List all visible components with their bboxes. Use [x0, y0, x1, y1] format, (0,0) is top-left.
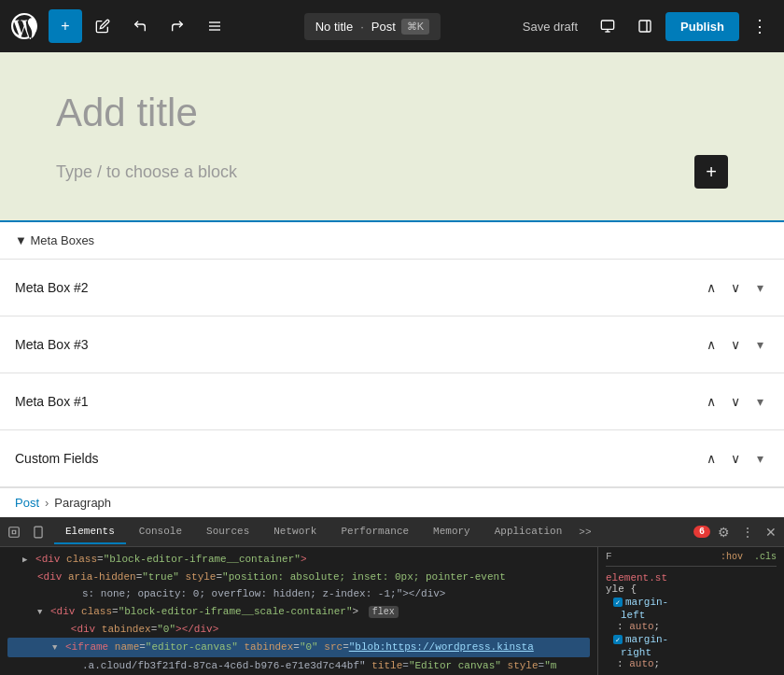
list-view-button[interactable] — [198, 9, 231, 43]
meta-box-cf-up-button[interactable] — [703, 447, 720, 470]
styles-prop-margin-left-val: : auto; — [606, 621, 777, 632]
devtools-settings-button[interactable]: ⚙ — [714, 521, 734, 543]
meta-box-cf-down-button[interactable] — [727, 447, 744, 470]
devtools-styles-panel: F :hov .cls element.st yle { — [597, 547, 784, 675]
html-line-tabindex: <div tabindex="0"></div> — [7, 621, 590, 639]
devtools-elements-panel[interactable]: ▶ <div class="block-editor-iframe__conta… — [0, 547, 597, 675]
editor-wrapper: Add title Type / to choose a block + ▼ M… — [0, 52, 784, 675]
styles-filter-icon: F — [606, 551, 612, 562]
styles-prop-margin-right-val: : auto; — [606, 658, 777, 669]
meta-box-2-label: Meta Box #2 — [15, 280, 703, 295]
devtools-more-tabs[interactable]: >> — [575, 521, 595, 543]
devtools-overflow-button[interactable]: ⋮ — [737, 521, 758, 543]
meta-box-2-up-button[interactable] — [703, 276, 720, 299]
meta-box-row-2: Meta Box #2 ▾ — [0, 260, 784, 316]
styles-selector-line: element.st — [606, 572, 777, 584]
preview-desktop-button[interactable] — [591, 9, 624, 43]
add-block-button[interactable]: + — [49, 9, 82, 43]
wp-logo[interactable] — [7, 9, 41, 43]
edit-tool-button[interactable] — [86, 9, 119, 43]
devtools-tab-application[interactable]: Application — [483, 520, 574, 544]
meta-box-3-controls: ▾ — [703, 333, 769, 356]
main-toolbar: + — [0, 0, 784, 52]
devtools-device-button[interactable] — [28, 522, 49, 542]
meta-box-2-down-button[interactable] — [727, 276, 744, 299]
meta-box-1-dropdown-button[interactable]: ▾ — [751, 390, 769, 413]
devtools-tab-performance[interactable]: Performance — [329, 520, 420, 544]
devtools-tab-network[interactable]: Network — [262, 520, 328, 544]
devtools-tab-console[interactable]: Console — [128, 520, 193, 544]
more-options-button[interactable]: ⋮ — [743, 9, 777, 43]
devtools-panel: Elements Console Sources Network Perform… — [0, 517, 784, 675]
save-draft-button[interactable]: Save draft — [513, 14, 587, 39]
editor-title-placeholder[interactable]: Add title — [56, 90, 728, 136]
svg-rect-6 — [639, 21, 651, 32]
meta-box-1-label: Meta Box #1 — [15, 394, 703, 409]
breadcrumb-separator: › — [45, 496, 49, 510]
meta-box-row-3: Meta Box #3 ▾ — [0, 316, 784, 373]
svg-rect-3 — [601, 21, 613, 29]
title-separator: · — [360, 20, 364, 34]
sidebar-toggle-button[interactable] — [628, 9, 662, 43]
editor-area: Add title Type / to choose a block + — [0, 52, 784, 220]
meta-box-1-up-button[interactable] — [703, 390, 720, 413]
breadcrumb-bar: Post › Paragraph — [0, 487, 784, 517]
meta-box-cf-label: Custom Fields — [15, 451, 703, 466]
styles-cls-toggle[interactable]: .cls — [754, 552, 777, 562]
devtools-close-button[interactable]: ✕ — [762, 521, 780, 543]
margin-right-checkbox[interactable]: ✓ — [613, 635, 623, 644]
html-line-iframe[interactable]: ▼ <iframe name="editor-canvas" tabindex=… — [7, 638, 590, 657]
devtools-tab-elements[interactable]: Elements — [54, 520, 126, 544]
toolbar-right: Save draft Publish ⋮ — [513, 9, 777, 43]
devtools-right-icons: 6 ⚙ ⋮ ✕ — [693, 521, 780, 543]
styles-prop-margin-left: ✓ margin- — [606, 597, 777, 608]
meta-section: ▼ Meta Boxes Meta Box #2 ▾ Meta Box #3 ▾ — [0, 220, 784, 487]
meta-box-3-up-button[interactable] — [703, 333, 720, 356]
undo-button[interactable] — [123, 9, 157, 43]
redo-button[interactable] — [161, 9, 194, 43]
margin-left-checkbox[interactable]: ✓ — [613, 598, 623, 607]
html-line-container: ▶ <div class="block-editor-iframe__conta… — [7, 551, 590, 569]
svg-rect-9 — [35, 527, 42, 538]
meta-section-title: ▼ Meta Boxes — [15, 233, 94, 247]
block-prompt-text: Type / to choose a block — [56, 162, 237, 182]
devtools-tab-sources[interactable]: Sources — [195, 520, 260, 544]
post-title-pill[interactable]: No title · Post ⌘K — [304, 13, 441, 40]
meta-section-header[interactable]: ▼ Meta Boxes — [0, 222, 784, 260]
devtools-inspect-button[interactable] — [4, 522, 24, 542]
devtools-toolbar: Elements Console Sources Network Perform… — [0, 517, 784, 547]
devtools-left-icons — [4, 522, 49, 542]
meta-box-3-label: Meta Box #3 — [15, 337, 703, 352]
meta-box-cf-dropdown-button[interactable]: ▾ — [751, 447, 769, 470]
post-title-text: No title — [315, 20, 353, 34]
meta-box-3-dropdown-button[interactable]: ▾ — [751, 333, 769, 356]
html-line-iframe-cont: .a.cloud/fb3f21fd-87ca-4c6d-b976-e71e3d7… — [7, 657, 590, 675]
styles-prop-margin-left-cont: left — [606, 610, 777, 621]
add-block-inline-button[interactable]: + — [694, 155, 728, 189]
iframe-collapse-icon[interactable]: ▼ — [52, 643, 57, 653]
publish-button[interactable]: Publish — [665, 12, 739, 41]
post-type-text: Post — [371, 20, 396, 34]
meta-box-1-down-button[interactable] — [727, 390, 744, 413]
meta-box-row-cf: Custom Fields ▾ — [0, 430, 784, 487]
html-line-aria-hidden-cont: s: none; opacity: 0; overflow: hidden; z… — [7, 585, 590, 603]
devtools-content: ▶ <div class="block-editor-iframe__conta… — [0, 547, 784, 675]
styles-hov-toggle[interactable]: :hov — [721, 552, 743, 562]
devtools-tab-memory[interactable]: Memory — [422, 520, 482, 544]
styles-prop-margin-right: ✓ margin- — [606, 634, 777, 645]
meta-box-cf-controls: ▾ — [703, 447, 769, 470]
meta-box-3-down-button[interactable] — [727, 333, 744, 356]
meta-box-row-1: Meta Box #1 ▾ — [0, 373, 784, 430]
scale-collapse-icon[interactable]: ▼ — [37, 608, 42, 617]
breadcrumb-paragraph: Paragraph — [54, 496, 111, 510]
block-prompt: Type / to choose a block + — [56, 155, 728, 189]
svg-rect-8 — [9, 527, 20, 537]
styles-rule: element.st yle { ✓ margin- left — [606, 572, 777, 669]
post-title-area: No title · Post ⌘K — [235, 13, 510, 40]
meta-box-2-controls: ▾ — [703, 276, 769, 299]
collapse-icon[interactable]: ▶ — [22, 555, 27, 565]
styles-prop-margin-right-cont: right — [606, 647, 777, 658]
error-count-badge: 6 — [693, 526, 710, 538]
meta-box-2-dropdown-button[interactable]: ▾ — [751, 276, 769, 299]
breadcrumb-post[interactable]: Post — [15, 496, 39, 510]
